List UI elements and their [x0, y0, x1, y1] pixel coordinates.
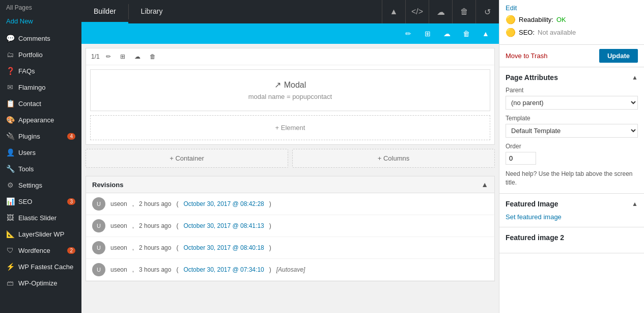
revision-time: 2 hours ago — [139, 200, 171, 207]
sidebar-item-label: Flamingo — [18, 84, 45, 91]
revisions-title: Revisions — [92, 181, 123, 189]
order-input[interactable] — [506, 152, 536, 165]
sidebar-item-contact[interactable]: 📋 Contact — [0, 95, 81, 112]
revision-user: useon — [110, 222, 127, 229]
revision-link[interactable]: October 30, 2017 @ 07:34:10 — [183, 266, 264, 273]
modal-link-icon: ↗ — [274, 80, 281, 90]
sidebar-item-plugins[interactable]: 🔌 Plugins 4 — [0, 128, 81, 144]
sidebar-item-label: Appearance — [18, 116, 54, 124]
blue-trash-btn[interactable]: 🗑 — [457, 24, 475, 43]
help-text: Need help? Use the Help tab above the sc… — [506, 170, 638, 187]
revision-link[interactable]: October 30, 2017 @ 08:40:18 — [183, 244, 264, 251]
sidebar-item-settings[interactable]: ⚙ Settings — [0, 177, 81, 193]
action-up-btn[interactable]: ▲ — [382, 0, 405, 23]
builder-toolbar: Builder Library ▲ </> ☁ 🗑 ↺ — [81, 0, 499, 23]
sidebar-item-elastic-slider[interactable]: 🖼 Elastic Slider — [0, 210, 81, 226]
page-attributes-section: Page Attributes ▲ Parent (no parent) Tem… — [499, 67, 644, 194]
sidebar-item-label: Comments — [18, 35, 50, 42]
sidebar-item-users[interactable]: 👤 Users — [0, 144, 81, 161]
flamingo-icon: ✉ — [6, 83, 14, 91]
seo-icon-panel: 🟡 — [506, 28, 516, 37]
update-button[interactable]: Update — [599, 49, 638, 63]
sidebar-item-layerslider[interactable]: 📐 LayerSlider WP — [0, 226, 81, 242]
revision-autosave: [Autosave] — [276, 266, 305, 273]
seo-label: SEO: — [519, 29, 535, 36]
settings-icon: ⚙ — [6, 181, 14, 189]
sidebar-item-label: LayerSlider WP — [18, 230, 64, 238]
revision-user: useon — [110, 200, 127, 207]
contact-icon: 📋 — [6, 99, 14, 108]
action-trash-btn[interactable]: 🗑 — [452, 0, 475, 23]
blue-cloud-btn[interactable]: ☁ — [438, 24, 456, 43]
modal-block: ↗ Modal modal name = popupcontact — [90, 69, 490, 111]
blue-edit-btn[interactable]: ✏ — [399, 24, 417, 43]
right-panel: Edit 🟡 Readability: OK 🟡 SEO: Not availa… — [499, 0, 644, 313]
action-code-btn[interactable]: </> — [405, 0, 429, 23]
avatar: U — [92, 241, 105, 254]
blue-duplicate-btn[interactable]: ⊞ — [418, 24, 437, 43]
revisions-collapse-btn[interactable]: ▲ — [481, 180, 488, 189]
content-section: 1/1 ✏ ⊞ ☁ 🗑 ↗ Modal modal name = popupco… — [86, 48, 495, 145]
sidebar-item-appearance[interactable]: 🎨 Appearance — [0, 112, 81, 128]
revision-item: U useon, 2 hours ago (October 30, 2017 @… — [86, 237, 494, 259]
sidebar-item-label: Plugins — [18, 133, 40, 140]
featured-image2-header: Featured image 2 — [506, 233, 638, 242]
sidebar-header: All Pages — [0, 0, 81, 15]
sidebar-item-flamingo[interactable]: ✉ Flamingo — [0, 79, 81, 95]
set-featured-image-link[interactable]: Set featured image — [506, 213, 562, 221]
section-duplicate-btn[interactable]: ⊞ — [117, 51, 128, 62]
section-edit-btn[interactable]: ✏ — [103, 51, 114, 62]
page-attributes-collapse-icon[interactable]: ▲ — [632, 74, 638, 81]
builder-area: 1/1 ✏ ⊞ ☁ 🗑 ↗ Modal modal name = popupco… — [81, 44, 499, 313]
sidebar-item-comments[interactable]: 💬 Comments — [0, 30, 81, 46]
sidebar-item-label: Users — [18, 149, 36, 156]
featured-image-collapse-icon[interactable]: ▲ — [632, 200, 638, 207]
revisions-header: Revisions ▲ — [86, 176, 494, 193]
section-trash-btn[interactable]: 🗑 — [147, 51, 159, 62]
blue-toolbar-actions: ✏ ⊞ ☁ 🗑 ▲ — [399, 24, 495, 43]
seo-value: Not available — [538, 29, 576, 36]
edit-link[interactable]: Edit — [506, 4, 517, 12]
featured-image-header: Featured Image ▲ — [506, 200, 638, 208]
sidebar-item-portfolio[interactable]: 🗂 Portfolio — [0, 46, 81, 63]
sidebar-item-tools[interactable]: 🔧 Tools — [0, 161, 81, 177]
tab-library[interactable]: Library — [129, 0, 175, 23]
avatar: U — [92, 219, 105, 232]
action-history-btn[interactable]: ↺ — [475, 0, 499, 23]
add-columns-btn[interactable]: + Columns — [292, 149, 495, 168]
section-mini-toolbar: 1/1 ✏ ⊞ ☁ 🗑 — [86, 48, 494, 65]
faqs-icon: ❓ — [6, 67, 14, 75]
appearance-icon: 🎨 — [6, 116, 14, 124]
section-cloud-btn[interactable]: ☁ — [131, 51, 144, 62]
tab-builder[interactable]: Builder — [81, 0, 128, 23]
sidebar-item-wordfence[interactable]: 🛡 Wordfence 2 — [0, 242, 81, 258]
add-element-block[interactable]: + Element — [90, 115, 490, 140]
readability-icon: 🟡 — [506, 15, 516, 24]
seo-badge: 3 — [67, 198, 75, 205]
featured-image2-title: Featured image 2 — [506, 233, 564, 242]
sidebar-item-faqs[interactable]: ❓ FAQs — [0, 63, 81, 79]
modal-block-title: ↗ Modal — [101, 80, 480, 90]
add-container-btn[interactable]: + Container — [86, 149, 288, 168]
add-new-link[interactable]: Add New — [0, 15, 81, 30]
move-to-trash-link[interactable]: Move to Trash — [506, 52, 547, 60]
template-select[interactable]: Default Template — [506, 124, 638, 138]
readability-row: 🟡 Readability: OK — [506, 15, 638, 24]
order-label: Order — [506, 143, 638, 150]
revision-link[interactable]: October 30, 2017 @ 08:42:28 — [183, 200, 264, 207]
revision-link[interactable]: October 30, 2017 @ 08:41:13 — [183, 222, 264, 229]
portfolio-icon: 🗂 — [6, 50, 14, 59]
sidebar-item-wp-fastest[interactable]: ⚡ WP Fastest Cache — [0, 258, 81, 275]
blue-up-btn[interactable]: ▲ — [477, 24, 495, 43]
revision-user: useon — [110, 266, 127, 273]
sidebar-item-label: WP Fastest Cache — [18, 263, 73, 271]
featured-image-section: Featured Image ▲ Set featured image — [499, 194, 644, 227]
sidebar-item-label: WP-Optimize — [18, 279, 58, 287]
sidebar-item-seo[interactable]: 📊 SEO 3 — [0, 193, 81, 210]
parent-select[interactable]: (no parent) — [506, 96, 638, 110]
revision-time: 3 hours ago — [139, 266, 171, 273]
action-cloud-btn[interactable]: ☁ — [429, 0, 452, 23]
revision-time: 2 hours ago — [139, 222, 171, 229]
sidebar-item-wp-optimize[interactable]: 🗃 WP-Optimize — [0, 275, 81, 291]
parent-field-group: Parent (no parent) — [506, 87, 638, 110]
